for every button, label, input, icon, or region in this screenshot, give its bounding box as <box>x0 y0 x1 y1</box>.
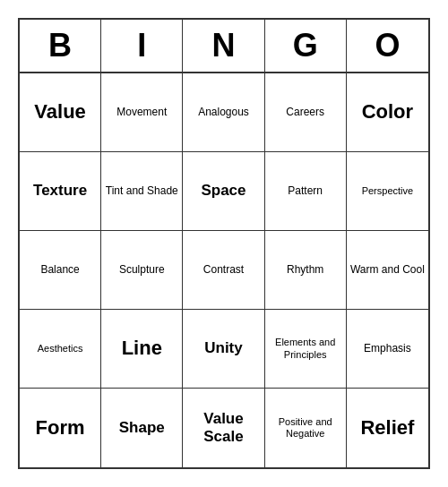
bingo-cell: Sculpture <box>101 231 183 310</box>
bingo-cell: Balance <box>20 231 101 310</box>
cell-text: Tint and Shade <box>105 184 178 197</box>
cell-text: Elements and Principles <box>269 337 342 360</box>
cell-text: Value Scale <box>186 410 260 447</box>
bingo-cell: Elements and Principles <box>265 310 347 389</box>
cell-text: Relief <box>350 416 425 440</box>
cell-text: Analogous <box>186 106 260 118</box>
cell-text: Positive and Negative <box>269 416 342 440</box>
bingo-cell: Form <box>20 389 101 467</box>
bingo-cell: Analogous <box>183 73 264 152</box>
bingo-cell: Emphasis <box>347 310 428 389</box>
bingo-cell: Value <box>20 73 101 152</box>
cell-text: Space <box>186 182 260 200</box>
bingo-cell: Aesthetics <box>20 310 101 389</box>
cell-text: Unity <box>186 339 260 357</box>
header-letter: G <box>265 20 347 72</box>
cell-text: Pattern <box>269 184 342 197</box>
bingo-grid: ValueMovementAnalogousCareersColorTextur… <box>20 73 428 467</box>
bingo-cell: Careers <box>265 73 347 152</box>
bingo-cell: Positive and Negative <box>265 389 347 467</box>
bingo-cell: Space <box>183 152 264 231</box>
header-letter: O <box>347 20 428 72</box>
bingo-cell: Pattern <box>265 152 347 231</box>
cell-text: Form <box>23 416 97 440</box>
bingo-cell: Line <box>101 310 183 389</box>
cell-text: Rhythm <box>269 263 342 276</box>
bingo-cell: Value Scale <box>183 389 264 467</box>
cell-text: Balance <box>23 263 97 276</box>
bingo-cell: Relief <box>347 389 428 467</box>
bingo-cell: Warm and Cool <box>347 231 428 310</box>
bingo-cell: Rhythm <box>265 231 347 310</box>
bingo-cell: Contrast <box>183 231 264 310</box>
header-letter: I <box>101 20 183 72</box>
cell-text: Warm and Cool <box>350 263 425 276</box>
cell-text: Color <box>350 100 425 124</box>
bingo-cell: Shape <box>101 389 183 467</box>
cell-text: Aesthetics <box>23 343 97 355</box>
cell-text: Movement <box>105 106 178 118</box>
cell-text: Line <box>105 337 178 360</box>
bingo-card: BINGO ValueMovementAnalogousCareersColor… <box>18 18 430 469</box>
cell-text: Sculpture <box>105 263 178 276</box>
cell-text: Perspective <box>350 185 425 197</box>
cell-text: Value <box>23 100 97 124</box>
bingo-cell: Perspective <box>347 152 428 231</box>
cell-text: Shape <box>105 419 178 437</box>
bingo-cell: Tint and Shade <box>101 152 183 231</box>
header-letter: B <box>20 20 101 72</box>
cell-text: Emphasis <box>350 342 425 355</box>
bingo-cell: Color <box>347 73 428 152</box>
bingo-cell: Texture <box>20 152 101 231</box>
bingo-cell: Movement <box>101 73 183 152</box>
cell-text: Careers <box>269 106 342 118</box>
cell-text: Contrast <box>186 263 260 276</box>
cell-text: Texture <box>23 182 97 200</box>
header-letter: N <box>183 20 264 72</box>
bingo-cell: Unity <box>183 310 264 389</box>
bingo-header: BINGO <box>20 20 428 73</box>
